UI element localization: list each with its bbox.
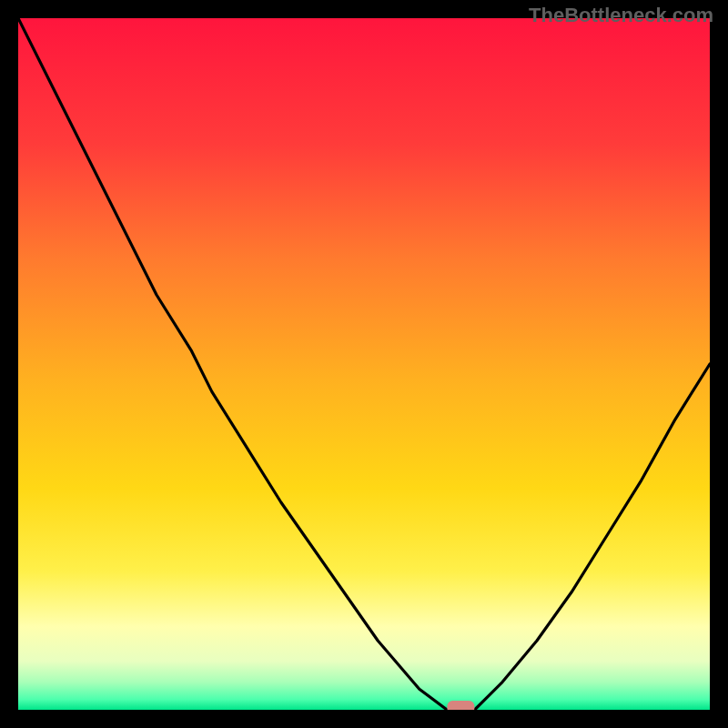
- chart-background: [18, 18, 710, 710]
- watermark-text: TheBottleneck.com: [529, 4, 713, 27]
- optimal-marker: [447, 701, 474, 710]
- chart-plot-area: [18, 18, 710, 710]
- chart-svg: [18, 18, 710, 710]
